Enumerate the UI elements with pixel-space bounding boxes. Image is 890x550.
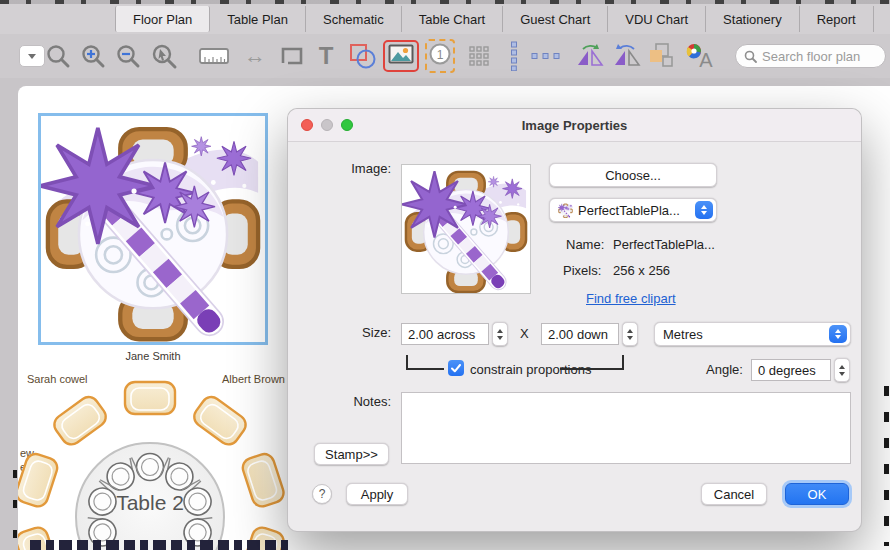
tab-table-plan[interactable]: Table Plan [210, 6, 306, 32]
zoom-cursor-icon [150, 42, 178, 70]
align-vertical-button[interactable] [501, 34, 527, 78]
size-down-stepper[interactable] [622, 322, 638, 346]
dashed-selection-border: 1 [425, 39, 455, 73]
zoom-window-button[interactable] [341, 119, 353, 131]
flip-vertical-button[interactable] [609, 34, 645, 78]
units-value: Metres [663, 327, 825, 342]
chevron-down-icon [19, 45, 45, 67]
vertical-dots-icon [509, 41, 519, 71]
left-edge-elements [13, 470, 17, 550]
search-field[interactable] [735, 44, 886, 68]
image-source-select[interactable]: PerfectTablePla... [549, 198, 717, 222]
selected-image-element[interactable] [38, 113, 268, 345]
rectangle-shape-button[interactable] [277, 34, 307, 78]
name-value: PerfectTablePla... [613, 237, 715, 252]
size-down-input[interactable] [541, 323, 619, 345]
tab-guest-chart[interactable]: Guest Chart [503, 6, 608, 32]
units-select[interactable]: Metres [654, 322, 851, 346]
tab-dashboard[interactable]: Dashboard [874, 6, 890, 32]
zoom-area-button[interactable] [148, 34, 180, 78]
flip-vertical-icon [612, 43, 642, 69]
ruler-icon [199, 45, 229, 67]
tab-vdu-chart[interactable]: VDU Chart [608, 6, 706, 32]
table-label: Table 2 [116, 491, 184, 514]
name-label: Name: [566, 237, 604, 252]
size-separator: X [520, 326, 529, 341]
find-free-clipart-link[interactable]: Find free clipart [586, 291, 676, 306]
constrain-bracket-left [406, 355, 444, 370]
constrain-checkbox[interactable] [448, 360, 464, 376]
size-across-stepper[interactable] [492, 322, 508, 346]
image-source-value: PerfectTablePla... [578, 203, 691, 218]
choose-button[interactable]: Choose... [549, 163, 717, 187]
svg-text:1: 1 [437, 48, 444, 62]
guest-name-jane-smith[interactable]: Jane Smith [38, 350, 268, 362]
text-color-button[interactable]: A [681, 34, 719, 78]
stamp-button[interactable]: Stamp>> [314, 443, 389, 465]
magnifier-icon [45, 43, 71, 69]
angle-input[interactable] [751, 359, 831, 381]
tab-report[interactable]: Report [800, 6, 874, 32]
grid-dots-icon [467, 44, 491, 68]
zoom-out-button[interactable] [113, 34, 143, 78]
numbered-seat-button[interactable]: 1 [422, 34, 458, 78]
flip-horizontal-button[interactable] [572, 34, 608, 78]
color-wheel-a-icon: A [684, 43, 716, 69]
shapes-icon [348, 42, 378, 70]
size-label: Size: [328, 325, 391, 340]
cancel-button[interactable]: Cancel [701, 483, 767, 505]
selected-tool-highlight [383, 40, 419, 72]
dialog-titlebar[interactable]: Image Properties [288, 109, 861, 142]
rectangle-icon [280, 46, 304, 66]
tab-floor-plan[interactable]: Floor Plan [115, 6, 210, 32]
align-horizontal-button[interactable] [528, 34, 568, 78]
text-tool-button[interactable]: T [312, 34, 340, 78]
dialog-title: Image Properties [522, 118, 628, 133]
right-edge-elements [884, 386, 889, 546]
shapes-tool-button[interactable] [346, 34, 380, 78]
image-properties-dialog: Image Properties Image: Choose... Perfec… [287, 108, 862, 532]
select-chevrons-icon [695, 201, 713, 219]
flip-horizontal-icon [575, 43, 605, 69]
grid-dots-button[interactable] [463, 34, 495, 78]
floorplan-toolbar: ↔ T 1 A [0, 34, 890, 78]
zoom-tool-button[interactable] [43, 34, 73, 78]
checkmark-icon [451, 364, 461, 373]
angle-stepper[interactable] [834, 358, 850, 382]
ok-button[interactable]: OK [785, 483, 849, 505]
pixels-value: 256 x 256 [613, 263, 670, 278]
select-chevrons-icon [829, 325, 847, 343]
cutoff-floorplan-text [30, 540, 288, 550]
arrange-order-button[interactable] [643, 34, 679, 78]
notes-label: Notes: [328, 394, 391, 409]
zoom-out-icon [115, 43, 141, 69]
image-label: Image: [328, 161, 391, 176]
close-window-button[interactable] [301, 119, 313, 131]
horizontal-dots-icon [531, 51, 565, 61]
search-input[interactable] [762, 49, 872, 64]
text-icon: T [319, 44, 334, 68]
constrain-bracket-right [560, 355, 624, 370]
clipart-mini-icon [558, 203, 573, 218]
table-2-element[interactable]: Table 2 [18, 378, 328, 550]
notes-textarea[interactable] [401, 392, 851, 464]
tab-table-chart[interactable]: Table Chart [402, 6, 503, 32]
help-button[interactable]: ? [312, 484, 332, 504]
overlap-squares-icon [647, 42, 675, 70]
resize-horizontal-button[interactable]: ↔ [240, 34, 270, 78]
wand-clipart-image [41, 116, 265, 342]
tab-stationery[interactable]: Stationery [706, 6, 800, 32]
apply-button[interactable]: Apply [346, 483, 408, 505]
image-tool-button[interactable] [383, 34, 419, 78]
size-across-input[interactable] [401, 323, 489, 345]
image-icon [388, 44, 414, 64]
image-preview [401, 164, 531, 294]
ruler-button[interactable] [197, 34, 231, 78]
number-one-icon: 1 [429, 43, 451, 65]
angle-label: Angle: [706, 362, 743, 377]
zoom-in-button[interactable] [78, 34, 108, 78]
view-tabbar: Floor Plan Table Plan Schematic Table Ch… [0, 4, 890, 34]
wand-clipart-thumbnail [402, 165, 530, 293]
tab-schematic[interactable]: Schematic [306, 6, 402, 32]
pixels-label: Pixels: [563, 263, 601, 278]
